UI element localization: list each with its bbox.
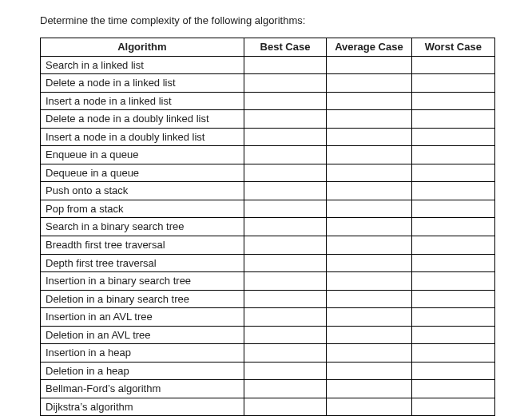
algorithm-cell: Deletion in a heap (41, 362, 244, 380)
worst-case-cell[interactable] (411, 200, 494, 218)
best-case-cell[interactable] (244, 146, 327, 164)
header-average-case: Average Case (327, 38, 411, 57)
worst-case-cell[interactable] (411, 182, 494, 200)
complexity-table: Algorithm Best Case Average Case Worst C… (40, 38, 495, 416)
worst-case-cell[interactable] (411, 110, 494, 129)
best-case-cell[interactable] (244, 236, 327, 255)
table-row: Search in a linked list (41, 56, 495, 74)
worst-case-cell[interactable] (411, 92, 494, 110)
header-best-case: Best Case (244, 38, 327, 57)
best-case-cell[interactable] (244, 56, 327, 74)
header-worst-case: Worst Case (411, 38, 494, 57)
average-case-cell[interactable] (327, 164, 411, 182)
average-case-cell[interactable] (327, 380, 411, 398)
algorithm-cell: Depth first tree traversal (41, 254, 244, 272)
average-case-cell[interactable] (327, 218, 411, 236)
average-case-cell[interactable] (327, 200, 411, 218)
worst-case-cell[interactable] (411, 146, 494, 164)
table-row: Breadth first tree traversal (41, 236, 495, 255)
average-case-cell[interactable] (327, 110, 411, 129)
average-case-cell[interactable] (327, 254, 411, 272)
worst-case-cell[interactable] (411, 272, 494, 291)
best-case-cell[interactable] (244, 254, 327, 272)
best-case-cell[interactable] (244, 110, 327, 129)
prompt-text: Determine the time complexity of the fol… (40, 14, 508, 26)
average-case-cell[interactable] (327, 236, 411, 255)
average-case-cell[interactable] (327, 56, 411, 74)
algorithm-cell: Insert a node in a linked list (41, 92, 244, 110)
worst-case-cell[interactable] (411, 362, 494, 380)
worst-case-cell[interactable] (411, 254, 494, 272)
average-case-cell[interactable] (327, 308, 411, 327)
worst-case-cell[interactable] (411, 398, 494, 416)
average-case-cell[interactable] (327, 344, 411, 363)
worst-case-cell[interactable] (411, 290, 494, 308)
algorithm-cell: Insertion in a binary search tree (41, 272, 244, 291)
best-case-cell[interactable] (244, 182, 327, 200)
table-row: Search in a binary search tree (41, 218, 495, 236)
worst-case-cell[interactable] (411, 344, 494, 363)
best-case-cell[interactable] (244, 398, 327, 416)
worst-case-cell[interactable] (411, 326, 494, 344)
table-row: Enqueue in a queue (41, 146, 495, 164)
average-case-cell[interactable] (327, 182, 411, 200)
average-case-cell[interactable] (327, 272, 411, 291)
worst-case-cell[interactable] (411, 308, 494, 327)
table-row: Insertion in an AVL tree (41, 308, 495, 327)
average-case-cell[interactable] (327, 326, 411, 344)
worst-case-cell[interactable] (411, 236, 494, 255)
best-case-cell[interactable] (244, 128, 327, 146)
average-case-cell[interactable] (327, 362, 411, 380)
worst-case-cell[interactable] (411, 74, 494, 93)
average-case-cell[interactable] (327, 146, 411, 164)
algorithm-cell: Delete a node in a linked list (41, 74, 244, 93)
best-case-cell[interactable] (244, 218, 327, 236)
algorithm-cell: Delete a node in a doubly linked list (41, 110, 244, 129)
average-case-cell[interactable] (327, 128, 411, 146)
header-row: Algorithm Best Case Average Case Worst C… (41, 38, 495, 57)
table-row: Delete a node in a linked list (41, 74, 495, 93)
algorithm-cell: Search in a binary search tree (41, 218, 244, 236)
best-case-cell[interactable] (244, 74, 327, 93)
worst-case-cell[interactable] (411, 164, 494, 182)
table-row: Insert a node in a doubly linked list (41, 128, 495, 146)
table-row: Dequeue in a queue (41, 164, 495, 182)
table-header: Algorithm Best Case Average Case Worst C… (41, 38, 495, 57)
algorithm-cell: Push onto a stack (41, 182, 244, 200)
average-case-cell[interactable] (327, 398, 411, 416)
table-row: Bellman-Ford’s algorithm (41, 380, 495, 398)
best-case-cell[interactable] (244, 272, 327, 291)
table-row: Delete a node in a doubly linked list (41, 110, 495, 129)
algorithm-cell: Insert a node in a doubly linked list (41, 128, 244, 146)
algorithm-cell: Breadth first tree traversal (41, 236, 244, 255)
average-case-cell[interactable] (327, 290, 411, 308)
worst-case-cell[interactable] (411, 128, 494, 146)
best-case-cell[interactable] (244, 290, 327, 308)
algorithm-cell: Search in a linked list (41, 56, 244, 74)
table-row: Push onto a stack (41, 182, 495, 200)
algorithm-cell: Pop from a stack (41, 200, 244, 218)
algorithm-cell: Deletion in a binary search tree (41, 290, 244, 308)
worst-case-cell[interactable] (411, 56, 494, 74)
best-case-cell[interactable] (244, 164, 327, 182)
table-row: Depth first tree traversal (41, 254, 495, 272)
best-case-cell[interactable] (244, 326, 327, 344)
worst-case-cell[interactable] (411, 380, 494, 398)
best-case-cell[interactable] (244, 200, 327, 218)
worst-case-cell[interactable] (411, 218, 494, 236)
table-row: Insertion in a heap (41, 344, 495, 363)
best-case-cell[interactable] (244, 344, 327, 363)
algorithm-cell: Enqueue in a queue (41, 146, 244, 164)
worksheet-page: Determine the time complexity of the fol… (0, 0, 532, 416)
table-row: Deletion in a heap (41, 362, 495, 380)
algorithm-cell: Deletion in an AVL tree (41, 326, 244, 344)
best-case-cell[interactable] (244, 308, 327, 327)
best-case-cell[interactable] (244, 362, 327, 380)
algorithm-cell: Insertion in a heap (41, 344, 244, 363)
best-case-cell[interactable] (244, 92, 327, 110)
average-case-cell[interactable] (327, 74, 411, 93)
best-case-cell[interactable] (244, 380, 327, 398)
table-row: Pop from a stack (41, 200, 495, 218)
average-case-cell[interactable] (327, 92, 411, 110)
table-row: Dijkstra’s algorithm (41, 398, 495, 416)
